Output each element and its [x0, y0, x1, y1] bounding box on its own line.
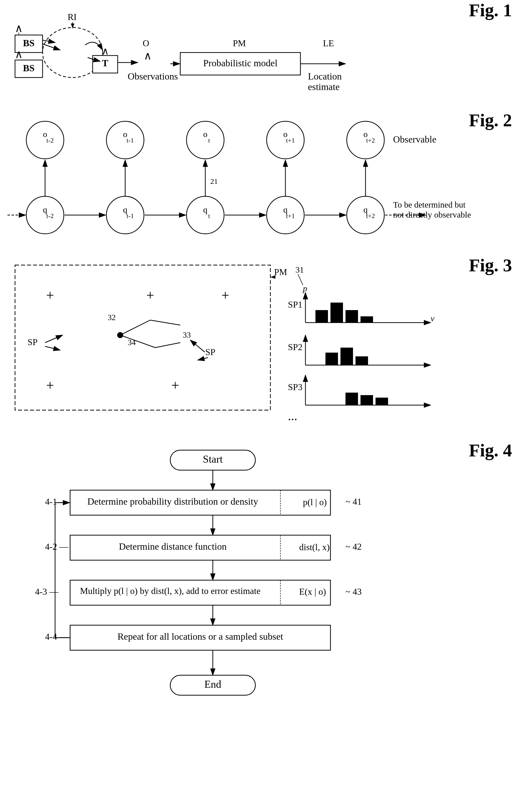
svg-text:~ 42: ~ 42	[346, 542, 362, 552]
svg-text:31: 31	[295, 265, 304, 274]
svg-rect-120	[376, 397, 388, 405]
svg-text:t+2: t+2	[366, 212, 375, 220]
svg-text:Determine distance function: Determine distance function	[119, 541, 227, 552]
svg-text:4-2 —: 4-2 —	[45, 542, 69, 552]
svg-point-64	[347, 196, 384, 234]
svg-text:p(l | o): p(l | o)	[303, 497, 327, 507]
svg-text:+: +	[46, 288, 54, 303]
fig1-diagram: Fig. 1 BS ∧ ∧ BS RI T ∧ O ∧ Observation	[0, 0, 532, 105]
svg-point-55	[107, 196, 144, 234]
svg-text:∧: ∧	[144, 50, 152, 62]
svg-text:t-2: t-2	[46, 137, 54, 144]
svg-text:t-1: t-1	[127, 212, 134, 220]
fig3-svg: PM + + + + + SP 32 34 33 SP 31 p	[0, 250, 532, 425]
svg-text:SP3: SP3	[288, 382, 303, 392]
svg-text:BS: BS	[23, 38, 34, 48]
svg-line-14	[42, 44, 60, 50]
svg-rect-104	[316, 310, 328, 323]
svg-text:∧: ∧	[102, 45, 109, 57]
svg-text:t+2: t+2	[366, 137, 375, 144]
svg-text:t-1: t-1	[127, 137, 134, 144]
svg-point-33	[107, 121, 144, 159]
svg-rect-112	[325, 353, 338, 365]
svg-text:PM: PM	[274, 267, 287, 277]
svg-text:Repeat for all locations or a : Repeat for all locations or a sampled su…	[117, 631, 283, 642]
svg-rect-114	[355, 357, 368, 365]
svg-text:t: t	[208, 212, 210, 220]
svg-text:Observations: Observations	[128, 71, 178, 82]
svg-text:v: v	[431, 314, 435, 323]
svg-text:Probabilistic model: Probabilistic model	[203, 58, 278, 68]
svg-text:21: 21	[210, 177, 218, 185]
fig1-svg: BS ∧ ∧ BS RI T ∧ O ∧ Observations	[0, 0, 532, 105]
svg-text:E(x | o): E(x | o)	[299, 587, 326, 597]
svg-text:4-4 —: 4-4 —	[45, 632, 69, 642]
svg-line-13	[42, 40, 55, 43]
svg-text:SP1: SP1	[288, 300, 303, 309]
svg-text:To be determined but: To be determined but	[393, 200, 466, 209]
svg-text:t: t	[208, 137, 210, 144]
svg-text:SP2: SP2	[288, 342, 303, 352]
svg-text:~ 43: ~ 43	[346, 587, 362, 597]
svg-point-39	[267, 121, 304, 159]
svg-text:t-2: t-2	[46, 212, 54, 220]
svg-text:p: p	[303, 284, 307, 293]
fig4-diagram: Fig. 4 Start Determine probability distr…	[0, 440, 532, 715]
svg-point-30	[26, 121, 64, 159]
svg-text:Start: Start	[203, 453, 223, 465]
svg-rect-113	[340, 348, 353, 365]
svg-text:PM: PM	[233, 38, 246, 48]
svg-text:estimate: estimate	[308, 82, 340, 92]
svg-text:33: 33	[183, 330, 191, 339]
svg-point-58	[186, 196, 224, 234]
svg-text:End: End	[204, 679, 221, 690]
svg-rect-106	[346, 310, 358, 323]
svg-text:+: +	[146, 288, 154, 303]
svg-text:t+1: t+1	[286, 137, 295, 144]
svg-point-36	[186, 121, 224, 159]
svg-text:T: T	[102, 58, 108, 68]
svg-text:t+1: t+1	[286, 212, 295, 220]
svg-rect-118	[346, 393, 358, 405]
svg-text:Location: Location	[308, 71, 342, 82]
svg-text:4-1 —: 4-1 —	[45, 497, 69, 507]
svg-text:Determine probability distribu: Determine probability distribution or de…	[87, 496, 258, 507]
svg-text:+: +	[221, 288, 229, 303]
svg-text:...: ...	[288, 409, 297, 423]
svg-text:Multiply p(l | o) by dist(l, x: Multiply p(l | o) by dist(l, x), add to …	[80, 586, 261, 596]
svg-rect-107	[361, 316, 373, 323]
fig2-svg: o t-2 o t-1 o t o t+1 o t+2 Observable 2…	[0, 110, 532, 240]
fig3-diagram: Fig. 3 PM + + + + + SP 32 34	[0, 250, 532, 425]
svg-text:LE: LE	[323, 38, 334, 48]
svg-text:32: 32	[108, 313, 116, 322]
svg-rect-105	[331, 303, 343, 323]
svg-text:+: +	[171, 378, 179, 393]
svg-text:Observable: Observable	[393, 134, 436, 145]
svg-text:SP: SP	[205, 347, 215, 357]
svg-text:∧: ∧	[15, 48, 23, 60]
svg-text:BS: BS	[23, 63, 34, 73]
svg-text:O: O	[143, 38, 149, 48]
svg-text:+: +	[46, 378, 54, 393]
svg-point-42	[347, 121, 384, 159]
svg-text:o: o	[203, 130, 208, 139]
fig2-diagram: Fig. 2 o t-2 o t-1 o t o t+1 o t+2 Obser…	[0, 110, 532, 240]
svg-text:dist(l, x): dist(l, x)	[299, 542, 330, 552]
svg-point-61	[267, 196, 304, 234]
svg-point-52	[26, 196, 64, 234]
svg-line-99	[298, 274, 303, 285]
fig4-svg: Start Determine probability distribution…	[0, 440, 532, 715]
svg-rect-119	[361, 395, 373, 405]
svg-text:not directly observable: not directly observable	[393, 210, 471, 219]
svg-text:q: q	[203, 205, 208, 214]
svg-text:RI: RI	[68, 12, 76, 22]
svg-text:~ 41: ~ 41	[346, 497, 362, 507]
svg-text:SP: SP	[28, 337, 38, 347]
